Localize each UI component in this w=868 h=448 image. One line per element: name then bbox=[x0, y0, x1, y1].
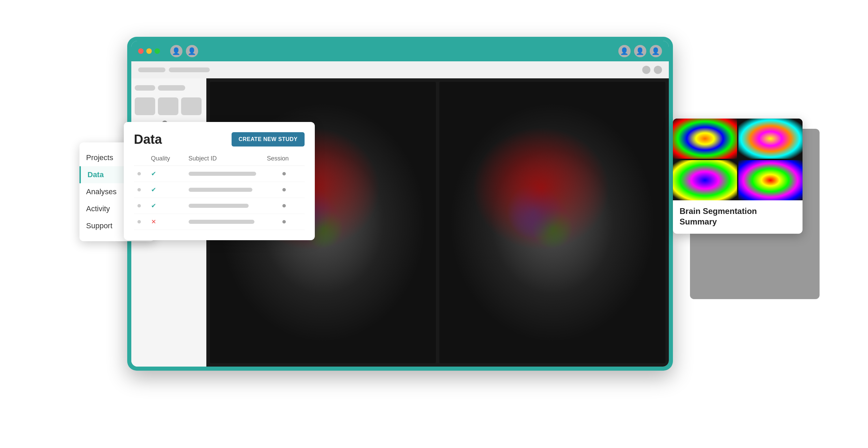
toolbar-icons bbox=[642, 66, 662, 74]
quality-x-icon: ✕ bbox=[151, 218, 156, 225]
toolbar-pills bbox=[138, 67, 210, 72]
browser-toolbar bbox=[131, 61, 669, 78]
data-table-header: Quality Subject ID Session bbox=[134, 155, 305, 166]
col-session: Session bbox=[267, 155, 301, 162]
brain-seg-images-grid bbox=[673, 119, 803, 200]
row-indicator bbox=[137, 188, 141, 191]
row-indicator bbox=[137, 172, 141, 175]
col-subject-id: Subject ID bbox=[189, 155, 264, 162]
sidebar-btn-3[interactable] bbox=[181, 97, 202, 115]
breadcrumb-1 bbox=[135, 85, 155, 91]
quality-check-icon: ✔ bbox=[151, 170, 156, 177]
close-button[interactable] bbox=[138, 48, 144, 54]
sidebar-item-label-support: Support bbox=[86, 221, 113, 230]
brain-segmentation-panel: Brain Segmentation Summary bbox=[673, 119, 803, 234]
session-dot bbox=[282, 188, 286, 191]
sidebar-control-buttons bbox=[135, 97, 203, 115]
brain-scan-image-right bbox=[439, 82, 665, 363]
subject-id-pill bbox=[189, 188, 252, 192]
brain-seg-image-4 bbox=[738, 160, 803, 200]
sidebar-breadcrumb bbox=[135, 85, 203, 91]
row-indicator bbox=[137, 204, 141, 207]
table-row: ✔ bbox=[134, 182, 305, 198]
sidebar-item-label-data: Data bbox=[88, 170, 104, 179]
browser-titlebar: 👤 👤 👤 👤 👤 bbox=[131, 41, 669, 61]
quality-check-icon: ✔ bbox=[151, 186, 156, 193]
row-indicator bbox=[137, 220, 141, 223]
toolbar-icon-2[interactable] bbox=[654, 66, 662, 74]
avatar-1: 👤 bbox=[170, 45, 182, 57]
session-dot bbox=[282, 220, 286, 223]
brain-scan-right bbox=[439, 82, 665, 363]
minimize-button[interactable] bbox=[146, 48, 152, 54]
brain-seg-image-1 bbox=[673, 119, 737, 159]
toolbar-pill-1 bbox=[138, 67, 165, 72]
subject-id-pill bbox=[189, 220, 255, 224]
avatars-right: 👤 👤 👤 bbox=[618, 45, 662, 57]
breadcrumb-2 bbox=[158, 85, 185, 91]
avatars-left: 👤 👤 bbox=[170, 45, 198, 57]
sidebar-item-label-activity: Activity bbox=[86, 204, 110, 213]
maximize-button[interactable] bbox=[155, 48, 160, 54]
sidebar-item-label-analyses: Analyses bbox=[86, 187, 117, 196]
sidebar-btn-1[interactable] bbox=[135, 97, 155, 115]
sidebar-btn-2[interactable] bbox=[158, 97, 178, 115]
traffic-lights bbox=[138, 48, 160, 54]
table-row: ✔ bbox=[134, 166, 305, 182]
toolbar-pill-2 bbox=[169, 67, 210, 72]
col-quality: Quality bbox=[151, 155, 185, 162]
scene: 👤 👤 👤 👤 👤 bbox=[59, 20, 809, 429]
brain-seg-image-3 bbox=[673, 160, 737, 200]
table-row: ✔ bbox=[134, 198, 305, 214]
quality-check-icon: ✔ bbox=[151, 202, 156, 209]
avatar-2: 👤 bbox=[186, 45, 198, 57]
subject-id-pill bbox=[189, 172, 256, 176]
table-row: ✕ bbox=[134, 214, 305, 230]
data-header: Data CREATE NEW STUDY bbox=[134, 132, 305, 147]
data-title: Data bbox=[134, 132, 162, 147]
session-dot bbox=[282, 204, 286, 207]
brain-seg-title: Brain Segmentation Summary bbox=[673, 200, 803, 227]
toolbar-icon-1[interactable] bbox=[642, 66, 650, 74]
data-table: Quality Subject ID Session ✔ ✔ ✔ bbox=[134, 155, 305, 230]
floating-data-panel: Data CREATE NEW STUDY Quality Subject ID… bbox=[124, 122, 315, 240]
avatar-4: 👤 bbox=[634, 45, 646, 57]
brain-seg-image-2 bbox=[738, 119, 803, 159]
avatar-5: 👤 bbox=[650, 45, 662, 57]
sidebar-item-label-projects: Projects bbox=[86, 153, 113, 162]
avatar-3: 👤 bbox=[618, 45, 631, 57]
session-dot bbox=[282, 172, 286, 175]
subject-id-pill bbox=[189, 204, 249, 208]
create-new-study-button[interactable]: CREATE NEW STUDY bbox=[232, 132, 304, 146]
